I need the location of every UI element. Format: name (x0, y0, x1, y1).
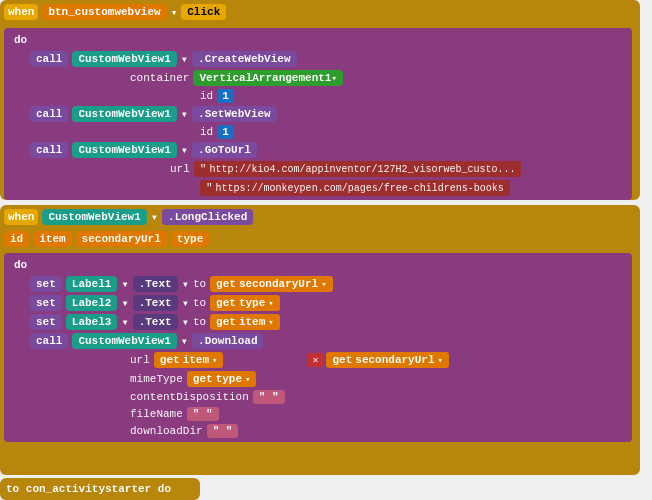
do-row-1: do (10, 32, 626, 48)
container-row: container VerticalArrangement1 ▾ (130, 70, 626, 86)
customwebview1-event[interactable]: CustomWebView1 (42, 209, 146, 225)
text-prop-3: .Text (133, 314, 178, 330)
customwebview1-3[interactable]: CustomWebView1 (72, 142, 176, 158)
longclicked-event: .LongClicked (162, 209, 253, 225)
mimetype-row: mimeType get type ▾ (130, 371, 626, 387)
url-row-2: "https://monkeypen.com/pages/free-childr… (200, 180, 626, 196)
param-secondaryUrl: secondaryUrl (76, 231, 167, 247)
do-block-1: do call CustomWebView1 ▾ .CreateWebView … (4, 28, 632, 200)
filename-label: fileName (130, 408, 183, 420)
url-label-download: url (130, 354, 150, 366)
contentdisposition-row: contentDisposition " " (130, 390, 626, 404)
call-gotourl: call CustomWebView1 ▾ .GoToUrl (30, 142, 626, 158)
label3-1[interactable]: Label3 (66, 314, 118, 330)
set2-row: set Label2 ▾ .Text ▾ to get type ▾ (30, 295, 626, 311)
empty-string-1: " " (253, 390, 285, 404)
when-label-1: when (4, 4, 38, 20)
do-row-2: do (10, 257, 626, 273)
label2-1[interactable]: Label2 (66, 295, 118, 311)
createwebview-id-row: id 1 (200, 89, 626, 103)
url-label-1: url (170, 163, 190, 175)
set1-row: set Label1 ▾ .Text ▾ to get secondaryUrl… (30, 276, 626, 292)
get-item-url: get item ▾ (154, 352, 224, 368)
get-secondaryurl-url: get secondaryUrl ▾ (326, 352, 448, 368)
vertarrangement1[interactable]: VerticalArrangement1 ▾ (193, 70, 342, 86)
container-label: container (130, 72, 189, 84)
downloaddir-row: downloadDir " " (130, 424, 626, 438)
to-kw-1: to (193, 278, 206, 290)
call-download: call CustomWebView1 ▾ .Download (30, 333, 626, 349)
text-prop-2: .Text (133, 295, 178, 311)
id-value-1: 1 (217, 89, 234, 103)
customwebview1-1[interactable]: CustomWebView1 (72, 51, 176, 67)
do-block-2: do set Label1 ▾ .Text ▾ to get secondary… (4, 253, 632, 442)
url-value-2: "https://monkeypen.com/pages/free-childr… (200, 180, 510, 196)
do-label-1: do (10, 32, 31, 48)
when-row-2: when CustomWebView1 ▾ .LongClicked (4, 209, 253, 225)
param-id: id (4, 231, 29, 247)
section3-bg: to con_activitystarter do s... (0, 478, 200, 500)
empty-string-3: " " (207, 424, 239, 438)
when-row-1: when btn_customwebview ▾ Click (4, 4, 226, 20)
url-row-1: url "http://kio4.com/appinventor/127H2_v… (170, 161, 626, 177)
filename-row: fileName " " (130, 407, 626, 421)
gotourl-method: .GoToUrl (192, 142, 257, 158)
call-kw-1: call (30, 51, 68, 67)
section3-text: to con_activitystarter do s... (6, 483, 171, 500)
call-kw-4: call (30, 333, 68, 349)
when-label-2: when (4, 209, 38, 225)
download-url-row: url get item ▾ ✕ get secondaryUrl ▾ (130, 352, 626, 368)
downloaddir-label: downloadDir (130, 425, 203, 437)
call-setwebview: call CustomWebView1 ▾ .SetWebView (30, 106, 626, 122)
download-method: .Download (192, 333, 263, 349)
section1-bg: when btn_customwebview ▾ Click do call C… (0, 0, 640, 200)
btn-block[interactable]: btn_customwebview (42, 4, 166, 20)
text-prop-1: .Text (133, 276, 178, 292)
call-kw-3: call (30, 142, 68, 158)
id-label-1: id (200, 90, 213, 102)
set-kw-2: set (30, 295, 62, 311)
get-type: get type ▾ (210, 295, 280, 311)
url-value-1: "http://kio4.com/appinventor/127H2_visor… (194, 161, 522, 177)
set3-row: set Label3 ▾ .Text ▾ to get item ▾ (30, 314, 626, 330)
get-item: get item ▾ (210, 314, 280, 330)
do-label-2: do (10, 257, 31, 273)
click-label[interactable]: Click (181, 4, 226, 20)
get-secondaryurl: get secondaryUrl ▾ (210, 276, 332, 292)
contentdisposition-label: contentDisposition (130, 391, 249, 403)
setwebview-id-row: id 1 (200, 125, 626, 139)
get-type-mime: get type ▾ (187, 371, 257, 387)
call-kw-2: call (30, 106, 68, 122)
label1-1[interactable]: Label1 (66, 276, 118, 292)
param-item: item (33, 231, 71, 247)
to-kw-2: to (193, 297, 206, 309)
customwebview1-download[interactable]: CustomWebView1 (72, 333, 176, 349)
to-kw-3: to (193, 316, 206, 328)
param-type: type (171, 231, 209, 247)
id-label-2: id (200, 126, 213, 138)
set-kw-1: set (30, 276, 62, 292)
params-row: id item secondaryUrl type (4, 231, 209, 247)
call-createwebview: call CustomWebView1 ▾ .CreateWebView (30, 51, 626, 67)
id-value-2: 1 (217, 125, 234, 139)
create-webview-method: .CreateWebView (192, 51, 296, 67)
set-webview-method: .SetWebView (192, 106, 277, 122)
mimetype-label: mimeType (130, 373, 183, 385)
section2-bg: when CustomWebView1 ▾ .LongClicked id it… (0, 205, 640, 475)
x-badge: ✕ (307, 353, 323, 367)
section3-label: to con_activitystarter do s... (6, 482, 200, 500)
customwebview1-2[interactable]: CustomWebView1 (72, 106, 176, 122)
empty-string-2: " " (187, 407, 219, 421)
set-kw-3: set (30, 314, 62, 330)
